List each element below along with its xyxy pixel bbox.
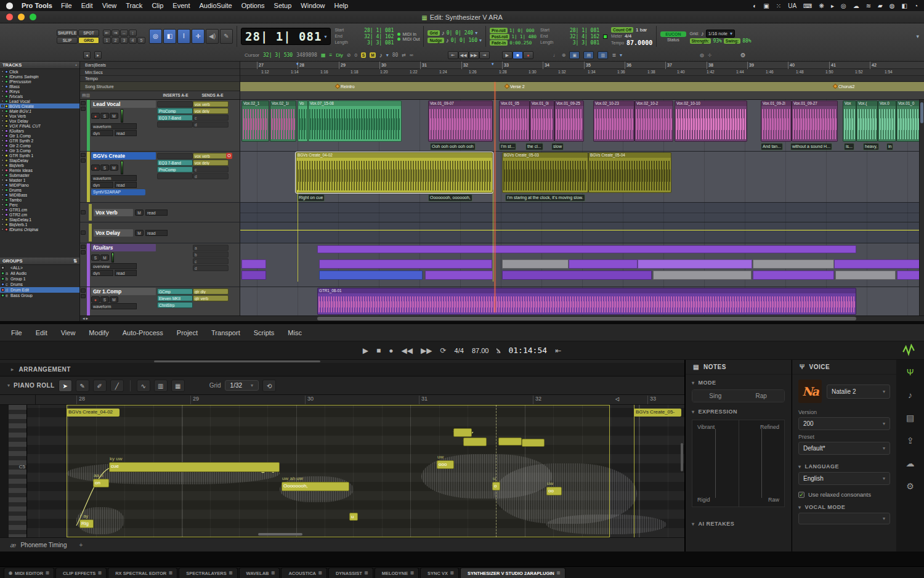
insert-slot[interactable]: Eleven MKII: [157, 295, 193, 301]
piano-roll-note[interactable]: u o: [492, 482, 500, 490]
midi-clip[interactable]: [425, 271, 493, 280]
track-state-dot[interactable]: [1, 134, 4, 137]
stage-manager-icon[interactable]: ⁙: [776, 2, 781, 9]
track-state-dot[interactable]: [1, 208, 4, 211]
piano-roll-note[interactable]: uw ah uw Oooooooh,: [282, 482, 349, 491]
track-list-item[interactable]: fBass: [0, 84, 79, 89]
toolbar-chevron-icon[interactable]: ▾: [620, 52, 622, 58]
track-state-dot[interactable]: [1, 174, 4, 176]
track-state-dot[interactable]: [1, 159, 4, 161]
track-list-item[interactable]: Remix Ideas: [0, 168, 79, 173]
grid-value-label[interactable]: Grid: [428, 30, 439, 36]
zoom-preset-button[interactable]: 3: [120, 37, 128, 44]
track-state-dot[interactable]: [1, 179, 4, 181]
app-menu[interactable]: Pro Tools: [22, 2, 52, 9]
menu-item[interactable]: View: [102, 2, 117, 9]
fguitars-lane[interactable]: [240, 243, 924, 287]
menu-item[interactable]: Help: [334, 2, 348, 9]
send-slot[interactable]: vox dely: [193, 160, 229, 166]
send-slot[interactable]: d: [193, 173, 229, 179]
track-state-dot[interactable]: [1, 105, 4, 107]
record-arm-button[interactable]: ●: [91, 165, 100, 171]
selection-start-value[interactable]: 28| 1| 081: [364, 28, 394, 33]
strength-value[interactable]: 93%: [713, 38, 721, 44]
default-note-icon[interactable]: ♪: [379, 52, 383, 59]
song-marker[interactable]: Chorus2: [833, 83, 854, 90]
swing-label[interactable]: Swing:: [724, 38, 740, 44]
automation-mode-selector[interactable]: read: [145, 210, 168, 216]
track-name-button[interactable]: Gtr 1.Comp: [91, 288, 156, 295]
mute-indicator[interactable]: M: [370, 52, 375, 58]
synthv-menu-item[interactable]: Scripts: [254, 329, 275, 336]
send-slot[interactable]: d: [193, 121, 229, 128]
automation-dyn-selector[interactable]: dyn: [91, 130, 113, 136]
target-icon[interactable]: ⊹: [708, 52, 712, 58]
group-list-item[interactable]: d Drum Edit: [0, 287, 79, 293]
snap-toggle-icon[interactable]: ⟲: [262, 380, 276, 392]
audio-clip[interactable]: Vox.01_09-25: [554, 100, 584, 142]
track-state-dot[interactable]: [1, 70, 4, 73]
track-state-dot[interactable]: [1, 110, 4, 112]
synthv-menu-item[interactable]: Transport: [211, 329, 240, 336]
bgvs-create-lane[interactable]: BGVs Create_04-02 BGVs Create_05-03: [240, 152, 924, 202]
edit-horizontal-scrollbar[interactable]: ◂ ▸: [80, 315, 924, 321]
play-button[interactable]: ▶: [502, 51, 513, 59]
track-list-item[interactable]: fKeys: [0, 89, 79, 94]
timeline-length-value[interactable]: 3| 3| 081: [573, 40, 599, 46]
mute-button[interactable]: M: [100, 254, 109, 261]
window-tab[interactable]: RX SPECTRAL EDITOR ⊞: [108, 568, 177, 578]
vocal-mode-dropdown[interactable]: ▾: [798, 513, 890, 524]
transport-window-button[interactable]: ▥: [598, 51, 608, 59]
track-state-dot[interactable]: [1, 75, 4, 78]
pre-roll-value[interactable]: 1| 0| 000: [509, 28, 535, 33]
tempo-ruler-label[interactable]: Tempo: [80, 76, 240, 82]
phoneme-timing-bar[interactable]: æ Phoneme Timing +: [0, 537, 684, 552]
midi-clip[interactable]: [569, 259, 638, 269]
mute-button[interactable]: M: [110, 113, 118, 119]
h-zoom-in-button[interactable]: ▸: [94, 51, 102, 59]
solo-button[interactable]: S: [100, 113, 109, 119]
zoom-horizontal-icon[interactable]: ↔: [120, 30, 128, 36]
solo-button[interactable]: S: [100, 165, 109, 171]
automation-mode-selector[interactable]: read: [115, 270, 137, 276]
piano-roll-clip-header[interactable]: BGVs Create_05-: [634, 409, 681, 417]
grid-size-dropdown[interactable]: 1/16 note▾: [706, 30, 735, 38]
gtr1-comp-lane[interactable]: GTR1_08-01: [240, 287, 924, 315]
selection-end-marker[interactable]: ▾: [492, 62, 494, 67]
track-list-item[interactable]: GTR1.cm: [0, 207, 79, 212]
audio-clip[interactable]: Vox.01_09-07: [428, 100, 493, 142]
playhead[interactable]: [495, 82, 495, 312]
record-button[interactable]: ●: [389, 346, 393, 355]
camera-icon[interactable]: ◎: [841, 2, 846, 9]
window-tab[interactable]: ◉ MIDI EDITOR ⊞: [4, 568, 54, 578]
track-options-icon[interactable]: [81, 107, 86, 111]
expression-pad[interactable]: Vibrant Refined Rigid Raw: [692, 420, 785, 507]
track-options-icon[interactable]: [81, 158, 86, 163]
audio-clip[interactable]: Vox.01_05: [499, 100, 530, 142]
sing-mode-button[interactable]: Sing: [692, 390, 739, 402]
midi-clip[interactable]: [835, 271, 896, 280]
play-button[interactable]: ▶: [363, 346, 368, 355]
track-list-item[interactable]: Gtr 2.Comp: [0, 143, 79, 148]
group-list-item[interactable]: a All Audio: [0, 271, 79, 276]
cloud-icon[interactable]: ☁: [906, 458, 915, 468]
send-slot[interactable]: a: [193, 245, 229, 251]
track-list-item[interactable]: Vox Delay: [0, 118, 79, 123]
track-name-button[interactable]: BGVs Create: [91, 152, 156, 160]
selection-end-value[interactable]: 32| 4| 162: [364, 34, 394, 39]
track-list-item[interactable]: SlapDelay.1: [0, 217, 79, 222]
audio-clip[interactable]: BGVs Create_04-02: [296, 152, 493, 193]
midi-clip[interactable]: [319, 271, 423, 280]
midi-clip[interactable]: [502, 271, 652, 280]
slip-mode-button[interactable]: SLIP: [57, 37, 78, 44]
synthv-menu-item[interactable]: Edit: [36, 329, 47, 336]
track-list-item[interactable]: fVocals: [0, 94, 79, 99]
stop-button[interactable]: ■: [513, 51, 523, 59]
track-state-dot[interactable]: [1, 85, 4, 88]
send-slot[interactable]: c: [193, 166, 229, 173]
audio-clip[interactable]: Vox.02_10-10: [675, 100, 747, 142]
group-list-item[interactable]: <ALL>: [0, 265, 79, 271]
track-options-icon[interactable]: [81, 230, 86, 235]
send-slot[interactable]: c: [193, 258, 229, 264]
default-velocity-value[interactable]: 80: [392, 52, 399, 58]
